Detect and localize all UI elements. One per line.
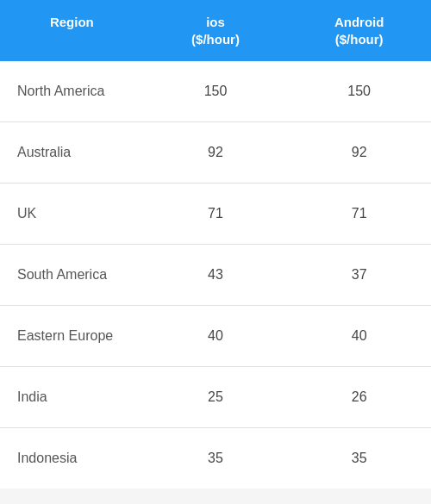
cell-region: North America: [0, 61, 144, 121]
cell-android: 150: [287, 61, 431, 121]
cell-android: 26: [287, 367, 431, 427]
rate-table: Region ios($/hour) Android($/hour) North…: [0, 0, 431, 488]
header-region: Region: [0, 0, 144, 61]
cell-android: 71: [287, 184, 431, 244]
table-row: Eastern Europe4040: [0, 306, 431, 367]
cell-ios: 25: [144, 367, 288, 427]
cell-ios: 35: [144, 428, 288, 488]
cell-ios: 150: [144, 61, 288, 121]
cell-region: Australia: [0, 122, 144, 183]
table-row: Australia9292: [0, 122, 431, 184]
cell-region: Indonesia: [0, 428, 144, 488]
header-android: Android($/hour): [287, 0, 431, 61]
cell-android: 92: [287, 122, 431, 183]
cell-region: UK: [0, 184, 144, 244]
cell-android: 37: [287, 245, 431, 305]
cell-ios: 43: [144, 245, 288, 305]
cell-android: 40: [287, 306, 431, 366]
cell-region: India: [0, 367, 144, 427]
table-row: North America150150: [0, 61, 431, 122]
cell-ios: 40: [144, 306, 288, 366]
table-row: Indonesia3535: [0, 428, 431, 488]
header-ios: ios($/hour): [144, 0, 288, 61]
cell-region: Eastern Europe: [0, 306, 144, 366]
cell-ios: 92: [144, 122, 288, 183]
table-row: UK7171: [0, 184, 431, 245]
table-body: North America150150Australia9292UK7171So…: [0, 61, 431, 488]
table-row: India2526: [0, 367, 431, 428]
cell-region: South America: [0, 245, 144, 305]
cell-android: 35: [287, 428, 431, 488]
table-header: Region ios($/hour) Android($/hour): [0, 0, 431, 61]
table-row: South America4337: [0, 245, 431, 306]
cell-ios: 71: [144, 184, 288, 244]
